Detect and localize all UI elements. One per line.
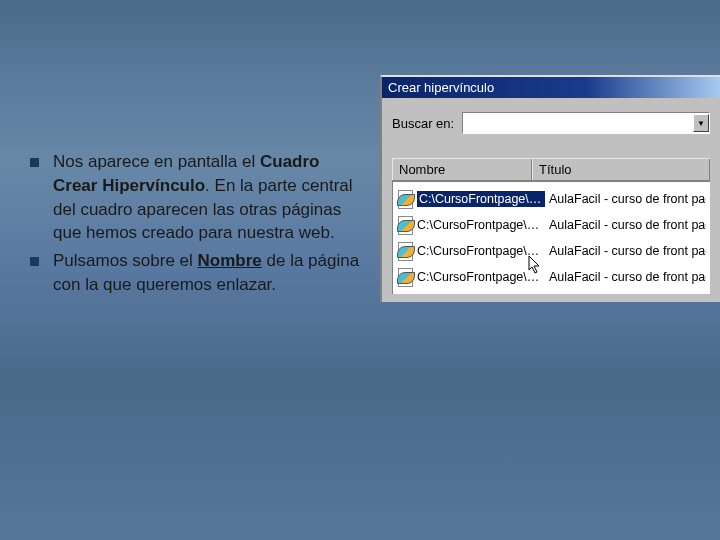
list-item-name: C:\CursoFrontpage\Lecc... <box>417 270 545 284</box>
bullet-item-2: Pulsamos sobre el Nombre de la página co… <box>30 249 360 297</box>
dialog-title: Crear hipervínculo <box>388 80 494 95</box>
dialog-body: Buscar en: ▼ Nombre Título C:\CursoFront… <box>382 98 720 302</box>
list-item-name: C:\CursoFrontpage\Lecc... <box>417 191 545 207</box>
search-label: Buscar en: <box>392 116 454 131</box>
search-row: Buscar en: ▼ <box>392 112 710 134</box>
file-list: C:\CursoFrontpage\Lecc...AulaFacil - cur… <box>392 181 710 294</box>
list-item[interactable]: C:\CursoFrontpage\Lecc...AulaFacil - cur… <box>393 186 710 212</box>
bullet-text-2: Pulsamos sobre el Nombre de la página co… <box>53 249 360 297</box>
list-item[interactable]: C:\CursoFrontpage\Lecc...AulaFacil - cur… <box>393 238 710 264</box>
search-combobox[interactable]: ▼ <box>462 112 710 134</box>
chevron-down-icon[interactable]: ▼ <box>693 114 709 132</box>
hyperlink-dialog: Crear hipervínculo Buscar en: ▼ Nombre T… <box>380 75 720 302</box>
list-item-title: AulaFacil - curso de front page gratis o… <box>549 192 706 206</box>
list-item-title: AulaFacil - curso de front page gratis o… <box>549 244 706 258</box>
square-bullet-icon <box>30 158 39 167</box>
list-item-title: AulaFacil - curso de front page gratis o… <box>549 218 706 232</box>
column-nombre[interactable]: Nombre <box>392 159 532 180</box>
bullet-text-1: Nos aparece en pantalla el Cuadro Crear … <box>53 150 360 245</box>
list-header: Nombre Título <box>392 158 710 181</box>
page-icon <box>397 216 413 234</box>
bullet-item-1: Nos aparece en pantalla el Cuadro Crear … <box>30 150 360 245</box>
list-item-name: C:\CursoFrontpage\Lecc... <box>417 244 545 258</box>
list-item[interactable]: C:\CursoFrontpage\Lecc...AulaFacil - cur… <box>393 212 710 238</box>
column-titulo[interactable]: Título <box>532 159 710 180</box>
dialog-titlebar: Crear hipervínculo <box>382 77 720 98</box>
page-icon <box>397 242 413 260</box>
page-icon <box>397 190 413 208</box>
slide-text: Nos aparece en pantalla el Cuadro Crear … <box>30 150 360 301</box>
square-bullet-icon <box>30 257 39 266</box>
list-item[interactable]: C:\CursoFrontpage\Lecc...AulaFacil - cur… <box>393 264 710 290</box>
list-item-title: AulaFacil - curso de front page gratis o… <box>549 270 706 284</box>
list-item-name: C:\CursoFrontpage\Lecc... <box>417 218 545 232</box>
page-icon <box>397 268 413 286</box>
